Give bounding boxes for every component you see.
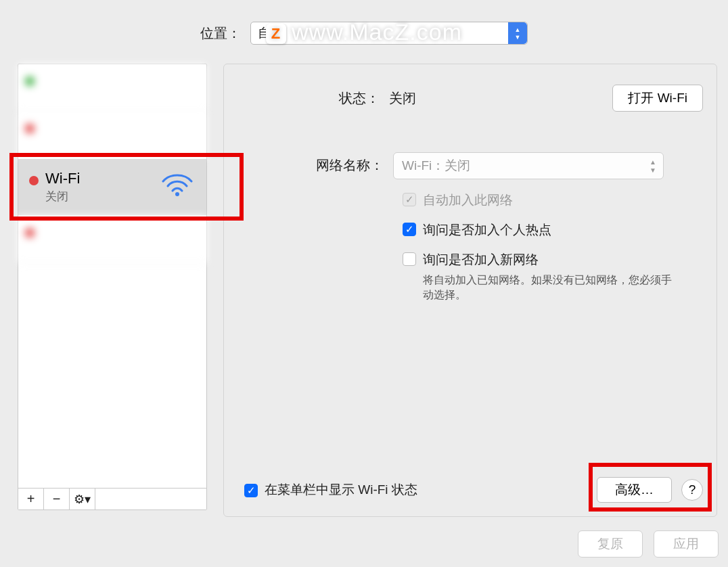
checkbox-group: ✓ 自动加入此网络 ✓ 询问是否加入个人热点 询问是否加入新网络 将自动加入已知… <box>244 191 703 303</box>
hotspot-checkbox[interactable]: ✓ <box>403 223 416 236</box>
autojoin-checkbox: ✓ <box>403 193 416 206</box>
newnet-label: 询问是否加入新网络 <box>423 251 680 269</box>
revert-button[interactable]: 复原 <box>578 530 643 558</box>
status-label: 状态： <box>339 89 380 108</box>
add-button[interactable]: + <box>18 489 44 509</box>
sidebar-wifi-sub: 关闭 <box>45 189 160 204</box>
menubar-label: 在菜单栏中显示 Wi-Fi 状态 <box>265 481 417 499</box>
panel-bottom-row: ✓ 在菜单栏中显示 Wi-Fi 状态 高级… ? <box>244 477 703 503</box>
footer-buttons: 复原 应用 <box>578 530 719 558</box>
main-panel: 状态： 关闭 打开 Wi-Fi 网络名称： Wi-Fi：关闭 ▲▼ ✓ 自动加入… <box>223 64 717 517</box>
remove-button[interactable]: − <box>44 489 70 509</box>
sidebar-item-wifi[interactable]: Wi-Fi 关闭 <box>18 159 206 216</box>
status-value: 关闭 <box>389 89 416 108</box>
status-dot-icon <box>29 176 39 185</box>
autojoin-label: 自动加入此网络 <box>423 191 513 209</box>
hotspot-label: 询问是否加入个人热点 <box>423 221 551 239</box>
sidebar-wifi-title: Wi-Fi <box>45 170 160 187</box>
wifi-icon <box>160 171 194 204</box>
menubar-checkbox[interactable]: ✓ <box>244 484 258 497</box>
network-sidebar: Wi-Fi 关闭 + − ⚙︎▾ <box>18 64 207 510</box>
network-name-row: 网络名称： Wi-Fi：关闭 ▲▼ <box>244 152 703 179</box>
open-wifi-button[interactable]: 打开 Wi-Fi <box>612 85 703 112</box>
location-row: 位置： 自动 ▲▼ <box>0 22 728 45</box>
select-arrows-icon: ▲▼ <box>650 158 656 174</box>
svg-point-0 <box>175 192 179 196</box>
newnet-checkbox[interactable] <box>403 252 416 266</box>
help-button[interactable]: ? <box>681 479 703 501</box>
advanced-button[interactable]: 高级… <box>597 477 672 503</box>
gear-button[interactable]: ⚙︎▾ <box>70 489 95 509</box>
menubar-row: ✓ 在菜单栏中显示 Wi-Fi 状态 <box>244 481 417 499</box>
status-dot-icon <box>25 124 35 133</box>
network-name-value: Wi-Fi：关闭 <box>402 157 470 175</box>
sidebar-item-text: Wi-Fi 关闭 <box>45 170 160 204</box>
status-dot-icon <box>25 228 35 237</box>
sidebar-item-blurred-1[interactable] <box>18 64 206 112</box>
hotspot-row: ✓ 询问是否加入个人热点 <box>403 221 703 239</box>
newnet-description: 将自动加入已知网络。如果没有已知网络，您必须手动选择。 <box>423 273 680 303</box>
apply-button[interactable]: 应用 <box>654 530 719 558</box>
newnet-row: 询问是否加入新网络 将自动加入已知网络。如果没有已知网络，您必须手动选择。 <box>403 251 703 303</box>
status-dot-icon <box>25 76 35 86</box>
network-name-select[interactable]: Wi-Fi：关闭 ▲▼ <box>393 152 664 179</box>
status-row: 状态： 关闭 打开 Wi-Fi <box>244 85 703 112</box>
location-select[interactable]: 自动 ▲▼ <box>250 22 528 45</box>
sidebar-item-blurred-2[interactable] <box>18 112 206 159</box>
location-label: 位置： <box>200 24 241 43</box>
bottom-right: 高级… ? <box>597 477 703 503</box>
autojoin-row: ✓ 自动加入此网络 <box>403 191 703 209</box>
sidebar-toolbar: + − ⚙︎▾ <box>18 488 206 509</box>
network-name-label: 网络名称： <box>285 152 393 175</box>
location-value: 自动 <box>258 24 283 42</box>
sidebar-item-blurred-3[interactable] <box>18 216 206 263</box>
select-arrows-icon[interactable]: ▲▼ <box>508 22 527 44</box>
